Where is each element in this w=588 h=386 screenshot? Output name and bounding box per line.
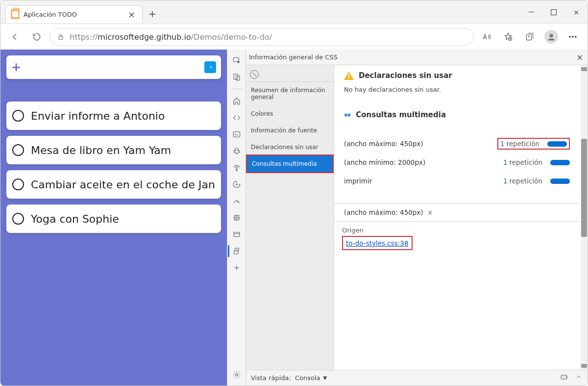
svg-rect-0 (59, 36, 63, 39)
back-button[interactable] (6, 28, 24, 46)
refresh-button[interactable] (28, 28, 46, 46)
css-overview-content: Declaraciones sin usar No hay declaracio… (334, 65, 588, 370)
add-task-card[interactable]: + (6, 55, 221, 79)
drawer-tab-select[interactable]: Consola ▼ (295, 374, 327, 382)
media-detail-query: (ancho máximo: 450px) (344, 208, 423, 216)
tab-elements[interactable] (228, 110, 245, 126)
tab-css-overview[interactable] (228, 243, 245, 259)
svg-point-3 (550, 34, 553, 37)
svg-point-11 (235, 150, 236, 151)
tab-add[interactable] (228, 260, 245, 276)
svg-point-18 (235, 374, 238, 376)
drawer-label: Vista rápida: (251, 374, 291, 382)
collections-button[interactable] (521, 28, 539, 46)
origin-label: Origen (334, 222, 580, 236)
todo-item[interactable]: Cambiar aceite en el coche de Jan (6, 170, 221, 199)
todo-text: Yoga con Sophie (31, 213, 119, 225)
origin-link[interactable]: to-do-styles.css:38 (346, 239, 409, 247)
tab-memory[interactable] (228, 193, 245, 209)
nav-item-font-info[interactable]: Información de fuente (246, 122, 334, 139)
css-overview-nav: Resumen de información general Colores I… (246, 65, 334, 370)
tab-welcome[interactable] (228, 93, 245, 109)
svg-point-14 (236, 184, 237, 185)
tab-sources[interactable] (228, 143, 245, 159)
highlight-box: 1repetición (497, 138, 570, 150)
devtools-settings-button[interactable] (228, 367, 245, 383)
resize-icon: ⇔ (344, 110, 351, 120)
todo-item[interactable]: Yoga con Sophie (6, 205, 221, 233)
tab-network[interactable] (228, 160, 245, 176)
window-minimize-button[interactable] (520, 0, 542, 24)
svg-point-6 (575, 36, 577, 38)
nav-item-summary[interactable]: Resumen de información general (246, 82, 334, 105)
drawer-toggle-button[interactable] (575, 373, 583, 383)
media-bar (547, 141, 567, 147)
media-query-row[interactable]: (ancho mínimo: 2000px)1repetición (344, 153, 570, 172)
menu-button[interactable] (564, 28, 582, 46)
clipboard-icon (11, 9, 20, 19)
unused-heading: Declaraciones sin usar (359, 71, 452, 80)
tab-security[interactable] (228, 227, 245, 242)
todo-checkbox[interactable] (12, 110, 24, 122)
close-tab-icon[interactable]: × (128, 9, 135, 20)
favorite-button[interactable] (499, 28, 517, 46)
media-query-row[interactable]: imprimir1repetición (344, 172, 570, 190)
tab-application[interactable] (228, 210, 245, 226)
clear-overview-button[interactable] (250, 70, 259, 79)
svg-point-5 (572, 36, 574, 38)
tab-performance[interactable] (228, 177, 245, 192)
plus-icon: + (11, 60, 21, 74)
page-viewport: + Enviar informe a AntonioMesa de libro … (0, 50, 227, 386)
media-query-row[interactable]: (ancho máximo: 450px)1repetición (344, 134, 570, 153)
nav-item-unused-declarations[interactable]: Declaraciones sin usar (246, 139, 334, 155)
svg-point-13 (236, 170, 237, 171)
submit-task-button[interactable] (204, 61, 216, 73)
device-emulation-button[interactable] (228, 69, 245, 85)
nav-item-colors[interactable]: Colores (246, 105, 334, 122)
media-queries-heading: Consultas multimedia (356, 110, 446, 119)
media-bar (550, 179, 570, 184)
tab-title: Aplicación TODO (24, 11, 124, 18)
url-text: https://microsoftedge.github.io/Demos/de… (70, 32, 272, 42)
todo-text: Enviar informe a Antonio (31, 110, 165, 122)
media-query-name: imprimir (344, 177, 503, 185)
todo-checkbox[interactable] (12, 179, 24, 190)
address-bar[interactable]: https://microsoftedge.github.io/Demos/de… (49, 28, 474, 46)
media-bar (550, 160, 570, 165)
todo-checkbox[interactable] (12, 213, 24, 225)
svg-point-12 (237, 150, 238, 151)
profile-button[interactable] (542, 28, 560, 46)
read-aloud-button[interactable] (478, 28, 495, 46)
devtools-activity-bar (227, 50, 246, 386)
media-query-name: (ancho mínimo: 2000px) (344, 158, 503, 166)
todo-text: Mesa de libro en Yam Yam (31, 144, 171, 156)
todo-item[interactable]: Enviar informe a Antonio (6, 102, 221, 130)
media-query-name: (ancho máximo: 450px) (344, 140, 497, 148)
content-scrollbar[interactable] (581, 65, 588, 370)
svg-rect-17 (234, 232, 240, 237)
todo-text: Cambiar aceite en el coche de Jan (31, 179, 215, 191)
inspect-element-button[interactable] (228, 52, 245, 68)
window-close-button[interactable]: × (565, 0, 588, 24)
warning-icon (344, 72, 354, 80)
svg-point-16 (235, 217, 238, 219)
svg-point-4 (569, 36, 571, 38)
panel-title: Información general de CSS (249, 53, 338, 61)
svg-rect-10 (233, 132, 240, 137)
browser-tab[interactable]: Aplicación TODO × (5, 5, 143, 23)
todo-checkbox[interactable] (12, 144, 24, 156)
unused-body: No hay declaraciones sin usar. (344, 84, 570, 103)
devtools-panel: Información general de CSS × Resumen de … (227, 50, 588, 386)
drawer-issues-button[interactable] (560, 373, 568, 383)
todo-item[interactable]: Mesa de libro en Yam Yam (6, 136, 221, 164)
tab-console[interactable] (228, 127, 245, 142)
close-devtools-button[interactable]: × (572, 50, 588, 65)
media-detail-close[interactable]: × (425, 208, 433, 216)
new-tab-button[interactable]: + (145, 6, 160, 22)
nav-item-media-queries[interactable]: Consultas multimedia (247, 155, 333, 172)
lock-icon (57, 33, 65, 41)
window-maximize-button[interactable] (542, 0, 565, 24)
svg-rect-15 (234, 216, 239, 220)
